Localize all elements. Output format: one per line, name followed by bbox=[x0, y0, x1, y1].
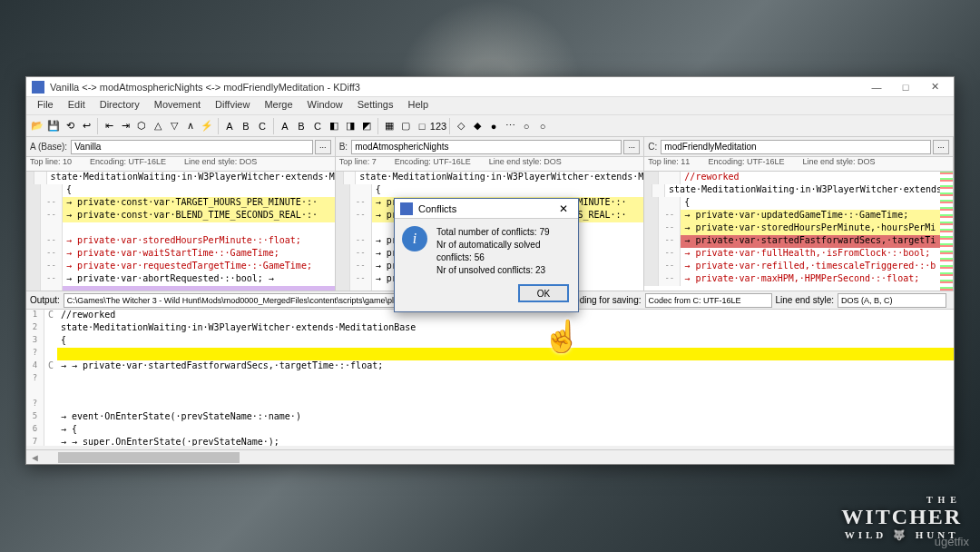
code-text: → private·const·var·BLEND_TIME_SECONDS_R… bbox=[63, 210, 335, 222]
code-text: { bbox=[681, 197, 953, 210]
toolbar-icon[interactable]: ◧ bbox=[327, 119, 341, 133]
toolbar-icon[interactable]: ◆ bbox=[470, 119, 485, 133]
menu-directory[interactable]: Directory bbox=[93, 97, 147, 114]
toolbar-icon[interactable]: ⚡ bbox=[200, 119, 214, 133]
toolbar-icon[interactable]: B bbox=[294, 119, 309, 133]
titlebar[interactable]: Vanilla <-> modAtmosphericNights <-> mod… bbox=[26, 77, 954, 97]
menu-window[interactable]: Window bbox=[300, 97, 350, 114]
code-text: → private·var·fullHealth,·isFromClock·:·… bbox=[681, 248, 953, 261]
dialog-titlebar[interactable]: Conflicts ✕ bbox=[395, 199, 578, 219]
toolbar-icon[interactable]: ⋯ bbox=[503, 119, 517, 133]
output-label: Output: bbox=[30, 295, 60, 305]
pane-name-input[interactable] bbox=[351, 140, 622, 154]
toolbar-icon[interactable]: ◇ bbox=[454, 119, 468, 133]
toolbar-icon[interactable]: B bbox=[239, 119, 253, 133]
toolbar-icon[interactable]: ⟲ bbox=[63, 119, 77, 133]
browse-button[interactable]: ... bbox=[933, 140, 949, 154]
maximize-button[interactable]: □ bbox=[892, 79, 919, 95]
overview-strip[interactable] bbox=[940, 172, 953, 291]
toolbar-icon[interactable]: ∧ bbox=[183, 119, 198, 133]
output-text: → → super.OnEnterState(·prevStateName·); bbox=[57, 437, 954, 446]
code-text: → private·const·var·TARGET_HOURS_PER_MIN… bbox=[63, 197, 335, 210]
encoding-select[interactable] bbox=[645, 293, 772, 308]
toolbar-icon[interactable]: C bbox=[255, 119, 270, 133]
output-pane[interactable]: 1C//reworked2state·MeditationWaiting·in·… bbox=[26, 310, 954, 446]
close-button[interactable]: ✕ bbox=[921, 79, 948, 95]
pane-label: B: bbox=[339, 142, 348, 152]
code-text: → private·var·abortRequested·:·bool; → bbox=[63, 273, 335, 286]
info-icon: i bbox=[402, 226, 427, 251]
pane-name-input[interactable] bbox=[71, 140, 313, 154]
toolbar-icon[interactable]: ▦ bbox=[382, 119, 397, 133]
ok-button[interactable]: OK bbox=[518, 284, 569, 302]
toolbar-icon[interactable]: ◨ bbox=[343, 119, 358, 133]
toolbar-icon[interactable]: ▢ bbox=[398, 119, 413, 133]
toolbar-icon[interactable]: A bbox=[222, 119, 237, 133]
topline-label: Top line: 7 bbox=[339, 157, 377, 171]
topline-label: Top line: 11 bbox=[648, 157, 690, 171]
code-text: { bbox=[63, 184, 335, 197]
menu-diffview[interactable]: Diffview bbox=[208, 97, 257, 114]
toolbar-icon[interactable]: ⬡ bbox=[134, 119, 149, 133]
menu-settings[interactable]: Settings bbox=[350, 97, 401, 114]
toolbar-icon[interactable]: ↩ bbox=[79, 119, 93, 133]
menu-file[interactable]: File bbox=[30, 97, 61, 114]
pane-name-input[interactable] bbox=[661, 140, 931, 154]
code-pane-c[interactable]: //reworkedstate·MeditationWaiting·in·W3P… bbox=[644, 172, 954, 291]
encoding-label: Encoding: UTF-16LE bbox=[395, 157, 471, 171]
site-watermark: ugetfix bbox=[935, 535, 969, 548]
conflicts-dialog: Conflicts ✕ i Total number of conflicts:… bbox=[394, 198, 579, 312]
output-text bbox=[57, 386, 954, 399]
toolbar-icon[interactable]: C bbox=[310, 119, 325, 133]
output-text bbox=[57, 399, 954, 411]
code-text: → private·var·requestedTargetTime·:·Game… bbox=[63, 261, 335, 273]
lineend-label: Line end style: bbox=[776, 295, 835, 305]
browse-button[interactable]: ... bbox=[623, 140, 640, 154]
code-text: state·MeditationWaiting·in·W3PlayerWitch… bbox=[356, 172, 643, 184]
panes-header: A (Base):...B:...C:... bbox=[26, 137, 954, 157]
code-text bbox=[63, 222, 335, 235]
menu-merge[interactable]: Merge bbox=[257, 97, 299, 114]
code-text: state·MeditationWaiting·in·W3PlayerWitch… bbox=[47, 172, 335, 184]
toolbar-icon[interactable]: ▽ bbox=[167, 119, 181, 133]
output-text: { bbox=[57, 335, 954, 348]
lineend-select[interactable] bbox=[838, 293, 946, 308]
code-text: state·MeditationWaiting·in·W3PlayerWitch… bbox=[665, 184, 953, 197]
output-text: state·MeditationWaiting·in·W3PlayerWitch… bbox=[57, 322, 954, 335]
code-text: → private·var·updatedGameTime·:·GameTime… bbox=[681, 210, 953, 222]
toolbar-icon[interactable]: □ bbox=[415, 119, 429, 133]
toolbar-icon[interactable]: ⇥ bbox=[118, 119, 132, 133]
code-text: → private·var·waitStartTime·:·GameTime; bbox=[63, 248, 335, 261]
minimize-button[interactable]: — bbox=[863, 79, 890, 95]
toolbar-icon[interactable]: 💾 bbox=[46, 119, 61, 133]
toolbar-icon[interactable]: ● bbox=[486, 119, 501, 133]
menu-help[interactable]: Help bbox=[400, 97, 436, 114]
code-text: → private·var·maxHPM,·HPMPerSecond·:·flo… bbox=[681, 273, 953, 286]
encoding-label: Encoding: UTF-16LE bbox=[90, 157, 166, 171]
scrollbar-horizontal[interactable]: ◄ bbox=[26, 449, 954, 464]
lineend-label: Line end style: DOS bbox=[184, 157, 257, 171]
menu-edit[interactable]: Edit bbox=[61, 97, 93, 114]
code-text bbox=[63, 286, 335, 291]
topline-label: Top line: 10 bbox=[30, 157, 72, 171]
toolbar: 📂💾⟲↩⇤⇥⬡△▽∧⚡ABCABC◧◨◩▦▢□123◇◆●⋯○○ bbox=[26, 115, 954, 137]
code-pane-a[interactable]: state·MeditationWaiting·in·W3PlayerWitch… bbox=[26, 172, 336, 291]
merge-conflict-marker bbox=[57, 348, 954, 360]
toolbar-icon[interactable]: ○ bbox=[519, 119, 534, 133]
code-text: { bbox=[372, 184, 644, 197]
toolbar-icon[interactable]: ○ bbox=[535, 119, 550, 133]
toolbar-icon[interactable]: ◩ bbox=[359, 119, 374, 133]
toolbar-icon[interactable]: △ bbox=[151, 119, 165, 133]
output-text: → event·OnEnterState(·prevStateName·:·na… bbox=[57, 411, 954, 424]
menu-movement[interactable]: Movement bbox=[147, 97, 208, 114]
toolbar-icon[interactable]: ⇤ bbox=[102, 119, 116, 133]
window-title: Vanilla <-> modAtmosphericNights <-> mod… bbox=[50, 82, 863, 93]
code-text: → private·var·storedHoursPerMinute·:·flo… bbox=[63, 235, 335, 248]
pane-label: A (Base): bbox=[30, 142, 67, 152]
toolbar-icon[interactable]: 123 bbox=[431, 119, 446, 133]
dialog-close-button[interactable]: ✕ bbox=[554, 202, 573, 215]
browse-button[interactable]: ... bbox=[315, 140, 331, 154]
toolbar-icon[interactable]: 📂 bbox=[30, 119, 44, 133]
toolbar-icon[interactable]: A bbox=[278, 119, 292, 133]
pane-label: C: bbox=[648, 142, 657, 152]
